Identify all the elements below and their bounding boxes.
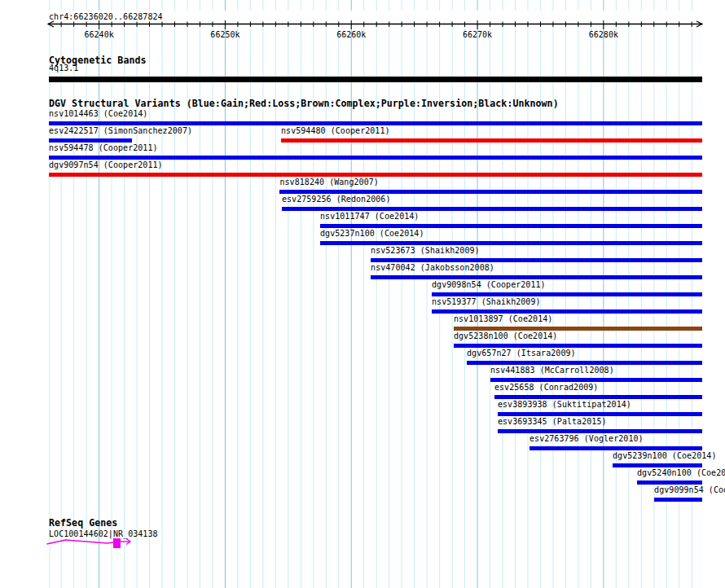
variant-bar[interactable] (281, 138, 702, 143)
variant-label: dgv9097n54 (Cooper2011) (49, 160, 163, 169)
ruler-tick-label: 66240k (83, 30, 116, 39)
variant-bar[interactable] (654, 498, 702, 502)
variant-bar[interactable] (49, 121, 702, 125)
variant-bar[interactable] (613, 463, 702, 467)
variant-bar[interactable] (498, 412, 702, 416)
variant-label: nsv470042 (Jakobsson2008) (371, 263, 494, 272)
variant-label: dgv657n27 (Itsara2009) (467, 349, 576, 358)
cytoband-name: 4q13.1 (49, 64, 78, 72)
variant-label: dgv9098n54 (Cooper2011) (432, 280, 546, 289)
variant-bar[interactable] (320, 241, 702, 245)
variant-label: dgv5238n100 (Coe2014) (454, 331, 557, 340)
variant-label: esv2759256 (Redon2006) (282, 195, 391, 204)
ruler-tick-label: 66280k (587, 30, 620, 39)
variant-label: nsv594478 (Cooper2011) (49, 143, 158, 152)
variant-label: dgv5237n100 (Coe2014) (320, 229, 424, 238)
variant-bar[interactable] (320, 224, 702, 228)
variant-bar[interactable] (454, 327, 702, 331)
variant-bar[interactable] (279, 190, 702, 194)
variant-bar[interactable] (49, 173, 702, 177)
variant-bar[interactable] (282, 207, 702, 211)
variant-bar[interactable] (371, 275, 702, 279)
variant-label: dgv5239n100 (Coe2014) (613, 451, 716, 460)
variant-label: esv3893938 (Suktitipat2014) (498, 400, 631, 409)
variant-label: nsv1014463 (Coe2014) (49, 109, 147, 118)
ruler-tick-label: 66270k (461, 30, 494, 39)
variant-label: dgv5240n100 (Coe20 (637, 468, 725, 477)
variant-label: esv3693345 (Palta2015) (498, 417, 607, 426)
variant-bar[interactable] (49, 138, 132, 143)
variant-label: nsv818240 (Wang2007) (279, 178, 378, 186)
variant-label: nsv523673 (Shaikh2009) (371, 246, 480, 255)
ruler-tick-label: 66260k (335, 30, 367, 39)
variant-bar[interactable] (371, 258, 702, 262)
gene-exon-box[interactable] (113, 538, 121, 548)
refseq-genes-title: RefSeq Genes (49, 518, 117, 528)
variant-label: nsv441883 (McCarroll2008) (490, 366, 614, 375)
variant-label: esv2422517 (SimonSanchez2007) (49, 126, 192, 135)
variant-label: esv25658 (Conrad2009) (494, 383, 598, 392)
variant-bar[interactable] (490, 378, 702, 382)
variant-label: dgv9099n54 (Coo (654, 485, 725, 494)
genome-browser-panel: chr4:66236020..66287824 66240k66250k6626… (0, 0, 725, 588)
variant-label: nsv594480 (Cooper2011) (281, 126, 390, 135)
variant-label: esv2763796 (Vogler2010) (529, 434, 644, 443)
variant-bar[interactable] (637, 480, 702, 485)
variant-label: nsv1013897 (Coe2014) (454, 314, 552, 323)
variant-bar[interactable] (498, 429, 702, 433)
gene-intron-line[interactable] (46, 540, 113, 544)
dgv-track-title: DGV Structural Variants (Blue:Gain;Red:L… (49, 99, 559, 108)
variant-bar[interactable] (529, 446, 702, 450)
variant-bar[interactable] (49, 156, 702, 160)
variant-label: nsv1011747 (Coe2014) (320, 212, 419, 221)
variant-label: nsv519377 (Shaikh2009) (432, 297, 541, 306)
variant-bar[interactable] (494, 395, 702, 399)
ruler-tick-label: 66250k (209, 30, 241, 39)
variant-bar[interactable] (467, 361, 702, 365)
refseq-gene-name: LOC100144602|NR_034138 (49, 529, 158, 538)
variant-bar[interactable] (454, 344, 702, 348)
variant-bar[interactable] (432, 292, 702, 296)
variant-bar[interactable] (432, 309, 702, 314)
